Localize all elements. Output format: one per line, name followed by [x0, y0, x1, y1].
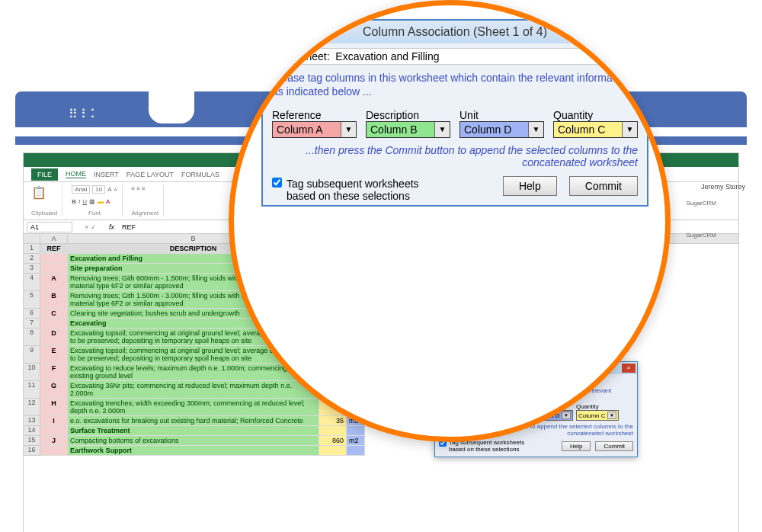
- cell-ref[interactable]: [40, 446, 68, 456]
- ribbon-clipboard: 📋 Clipboard: [27, 185, 62, 216]
- font-color-icon[interactable]: A: [106, 198, 110, 205]
- dropdown-arrow-icon: ▼: [341, 122, 356, 137]
- zoom-lens: Column Association (Sheet 1 of 4) × Work…: [229, 0, 671, 442]
- row-header[interactable]: 13: [24, 416, 40, 426]
- italic-button[interactable]: I: [78, 198, 80, 205]
- dropdown-arrow-icon: ▼: [528, 122, 543, 137]
- fill-color-icon[interactable]: ▬: [98, 198, 104, 205]
- tab-pagelayout[interactable]: PAGE LAYOUT: [126, 171, 174, 178]
- cell-desc[interactable]: Surface Treatment: [68, 426, 319, 436]
- row-header[interactable]: 15: [24, 436, 40, 446]
- font-grow-icon[interactable]: A: [107, 186, 111, 193]
- quantity-label: Quantity: [553, 109, 638, 121]
- font-name-select[interactable]: Arial: [72, 185, 90, 194]
- cell-qty[interactable]: [319, 446, 347, 456]
- dropdown-arrow-icon: ▼: [607, 412, 616, 419]
- row-header[interactable]: 9: [24, 346, 40, 364]
- align-icon[interactable]: ≡: [142, 185, 146, 192]
- quantity-select[interactable]: Column C▼: [553, 121, 638, 138]
- formula-content[interactable]: REF: [117, 223, 136, 231]
- close-button[interactable]: ×: [621, 24, 644, 40]
- cell-ref[interactable]: E: [40, 346, 68, 364]
- row-header[interactable]: 3: [24, 264, 40, 274]
- tab-formulas[interactable]: FORMULAS: [181, 171, 219, 178]
- cell-ref[interactable]: [40, 264, 68, 274]
- cell-ref[interactable]: B: [40, 291, 68, 309]
- tab-home[interactable]: HOME: [66, 170, 86, 178]
- dialog-titlebar: Column Association (Sheet 1 of 4) ×: [263, 21, 647, 43]
- column-association-dialog-zoomed: Column Association (Sheet 1 of 4) × Work…: [261, 19, 648, 207]
- help-button[interactable]: Help: [503, 176, 557, 196]
- brand-logo-dots: ⠿ ⠇⠅: [69, 107, 99, 121]
- col-a-header[interactable]: A: [40, 234, 68, 243]
- cell-unit[interactable]: m2: [347, 436, 365, 446]
- row-header[interactable]: 5: [24, 291, 40, 309]
- description-select[interactable]: Column B▼: [366, 121, 450, 138]
- cell-ref[interactable]: A: [40, 274, 68, 291]
- user-name[interactable]: Jeremy Storey: [701, 183, 745, 191]
- row-header[interactable]: 7: [24, 319, 40, 328]
- row-header[interactable]: 6: [24, 309, 40, 319]
- cell-unit[interactable]: [347, 446, 365, 456]
- cell-ref[interactable]: H: [40, 399, 68, 416]
- unit-select[interactable]: Column D▼: [459, 121, 544, 138]
- cell-qty[interactable]: 35: [319, 416, 347, 426]
- font-size-select[interactable]: 10: [92, 185, 105, 194]
- tab-insert[interactable]: INSERT: [94, 171, 119, 178]
- commit-button[interactable]: Commit: [595, 441, 633, 451]
- commit-button[interactable]: Commit: [569, 176, 638, 196]
- align-icon[interactable]: ≡: [132, 185, 136, 192]
- help-button[interactable]: Help: [562, 441, 591, 451]
- cell-ref[interactable]: REF: [40, 244, 68, 254]
- row-header[interactable]: 4: [24, 274, 40, 291]
- cell-desc[interactable]: Excavating 36Nr pits; commencing at redu…: [68, 381, 319, 399]
- reference-select[interactable]: Column A▼: [272, 121, 357, 138]
- cell-ref[interactable]: [40, 319, 68, 328]
- cell-ref[interactable]: I: [40, 416, 68, 426]
- tag-subsequent-checkbox[interactable]: [272, 178, 282, 187]
- row-header[interactable]: 12: [24, 399, 40, 416]
- quantity-select[interactable]: Column C▼: [576, 410, 619, 421]
- row-header[interactable]: 8: [24, 328, 40, 346]
- row-header[interactable]: 11: [24, 381, 40, 399]
- name-box[interactable]: A1: [27, 222, 72, 232]
- row-header[interactable]: 14: [24, 426, 40, 436]
- row-header[interactable]: 1: [24, 244, 40, 254]
- close-button[interactable]: ×: [622, 364, 636, 373]
- sugarcrm-label: SugarCRM: [686, 200, 716, 207]
- dialog-title: Column Association (Sheet 1 of 4): [363, 25, 547, 38]
- underline-button[interactable]: U: [82, 198, 87, 205]
- align-icon[interactable]: ≡: [136, 185, 140, 192]
- border-icon[interactable]: ▦: [89, 198, 95, 205]
- cell-desc[interactable]: e.o. excavations for breaking out existi…: [68, 416, 319, 426]
- cell-desc[interactable]: Earthwork Support: [68, 446, 319, 456]
- row-header[interactable]: 10: [24, 364, 40, 381]
- cell-qty[interactable]: [319, 426, 347, 436]
- cell-unit[interactable]: [347, 426, 365, 436]
- font-shrink-icon[interactable]: A: [114, 187, 117, 192]
- cell-ref[interactable]: G: [40, 381, 68, 399]
- checkbox-label: Tag subsequent worksheets based on these…: [287, 178, 447, 202]
- row-header[interactable]: 2: [24, 254, 40, 264]
- cell-ref[interactable]: [40, 254, 68, 264]
- cell-ref[interactable]: C: [40, 309, 68, 319]
- tab-file[interactable]: FILE: [31, 168, 58, 181]
- cell-desc[interactable]: Excavating trenches; width exceeding 300…: [68, 399, 319, 416]
- cell-ref[interactable]: D: [40, 328, 68, 346]
- bold-button[interactable]: B: [72, 198, 76, 205]
- worksheet-label: Worksheet:: [276, 50, 330, 62]
- cell-desc[interactable]: Excavating to reduce levels; maximum dep…: [68, 364, 319, 381]
- select-all-corner[interactable]: [24, 234, 40, 243]
- row-header[interactable]: 16: [24, 446, 40, 456]
- instruction-text-2: ...then press the Commit button to appen…: [272, 144, 638, 168]
- cell-ref[interactable]: [40, 426, 68, 436]
- cell-qty[interactable]: 860: [319, 436, 347, 446]
- fx-cancel-icon[interactable]: × ✓: [75, 223, 106, 231]
- paste-icon[interactable]: 📋: [31, 185, 57, 200]
- cell-ref[interactable]: F: [40, 364, 68, 381]
- cell-ref[interactable]: J: [40, 436, 68, 446]
- worksheet-value: Excavation and Filling: [335, 50, 439, 62]
- dropdown-arrow-icon: ▼: [622, 122, 637, 137]
- cell-desc[interactable]: Compacting bottoms of excavations: [68, 436, 319, 446]
- instruction-text: Please tag columns in this worksheet whi…: [272, 71, 638, 98]
